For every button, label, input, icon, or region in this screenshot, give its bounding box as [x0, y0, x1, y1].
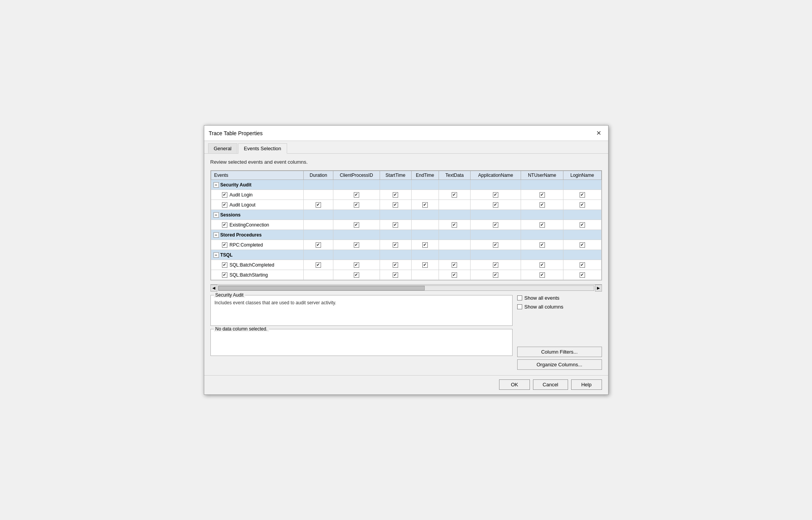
no-data-column-groupbox: No data column selected.: [210, 329, 513, 356]
column-filters-button[interactable]: Column Filters...: [517, 347, 602, 357]
col-cb-audit-logout-endtime[interactable]: [422, 202, 428, 208]
table-row: Audit Logout: [211, 200, 601, 210]
col-cb-sbs-appname[interactable]: [493, 272, 498, 278]
col-cb-sbs-loginname[interactable]: [580, 272, 585, 278]
scroll-left-arrow[interactable]: ◀: [210, 285, 217, 292]
col-cb-audit-logout-duration[interactable]: [316, 202, 321, 208]
no-data-column-title: No data column selected.: [214, 326, 269, 332]
col-header-events: Events: [211, 171, 304, 180]
col-cb-audit-logout-ntusername[interactable]: [540, 202, 545, 208]
col-cb-audit-login-textdata[interactable]: [452, 192, 457, 198]
title-bar: Trace Table Properties ✕: [204, 126, 608, 141]
col-cb-ec-starttime[interactable]: [393, 222, 398, 228]
security-audit-groupbox-title: Security Audit: [214, 292, 245, 298]
col-cb-audit-login-loginname[interactable]: [580, 192, 585, 198]
col-cb-ec-clientprocessid[interactable]: [354, 222, 359, 228]
checkbox-audit-logout[interactable]: [222, 202, 227, 208]
event-label-existing-connection: ExistingConnection: [230, 222, 269, 228]
table-row: Audit Login: [211, 190, 601, 200]
checkbox-sql-batch-starting[interactable]: [222, 272, 227, 278]
checkbox-rpc-completed[interactable]: [222, 242, 227, 248]
checkbox-audit-login[interactable]: [222, 192, 227, 198]
col-cb-audit-login-clientprocessid[interactable]: [354, 192, 359, 198]
tab-general[interactable]: General: [208, 143, 237, 153]
close-button[interactable]: ✕: [594, 129, 604, 138]
table-row: RPC:Completed: [211, 240, 601, 250]
col-cb-rpc-appname[interactable]: [493, 242, 498, 248]
collapse-security-audit[interactable]: −: [214, 182, 219, 188]
col-cb-audit-logout-appname[interactable]: [493, 202, 498, 208]
col-cb-ec-loginname[interactable]: [580, 222, 585, 228]
col-cb-rpc-loginname[interactable]: [580, 242, 585, 248]
table-row: SQL:BatchCompleted: [211, 260, 601, 270]
horizontal-scrollbar[interactable]: ◀ ▶: [210, 284, 602, 291]
event-label-sql-batch-starting: SQL:BatchStarting: [230, 272, 268, 278]
group-row-stored-procedures: − Stored Procedures: [211, 230, 601, 240]
col-cb-sbc-clientprocessid[interactable]: [354, 262, 359, 268]
col-cb-sbs-textdata[interactable]: [452, 272, 457, 278]
col-header-starttime: StartTime: [380, 171, 411, 180]
col-cb-audit-login-appname[interactable]: [493, 192, 498, 198]
event-label-sql-batch-completed: SQL:BatchCompleted: [230, 262, 274, 268]
show-all-columns-label: Show all columns: [525, 304, 563, 310]
collapse-sessions[interactable]: −: [214, 212, 219, 218]
group-row-sessions: − Sessions: [211, 210, 601, 220]
ok-button[interactable]: OK: [499, 379, 530, 390]
col-cb-rpc-ntusername[interactable]: [540, 242, 545, 248]
col-cb-rpc-duration[interactable]: [316, 242, 321, 248]
col-cb-sbc-textdata[interactable]: [452, 262, 457, 268]
col-cb-rpc-starttime[interactable]: [393, 242, 398, 248]
dialog-container: Trace Table Properties ✕ General Events …: [204, 125, 609, 395]
col-header-duration: Duration: [304, 171, 333, 180]
col-cb-sbc-ntusername[interactable]: [540, 262, 545, 268]
col-cb-rpc-endtime[interactable]: [422, 242, 428, 248]
col-cb-sbs-starttime[interactable]: [393, 272, 398, 278]
col-cb-audit-login-starttime[interactable]: [393, 192, 398, 198]
scroll-thumb[interactable]: [219, 286, 425, 290]
col-cb-ec-appname[interactable]: [493, 222, 498, 228]
events-table: Events Duration ClientProcessID StartTim…: [211, 171, 602, 280]
col-cb-sbc-endtime[interactable]: [422, 262, 428, 268]
col-cb-sbc-starttime[interactable]: [393, 262, 398, 268]
action-buttons: Column Filters... Organize Columns...: [517, 347, 602, 370]
info-panels: Security Audit Includes event classes th…: [210, 295, 513, 370]
cancel-button[interactable]: Cancel: [533, 379, 568, 390]
col-header-clientprocessid: ClientProcessID: [333, 171, 380, 180]
organize-columns-button[interactable]: Organize Columns...: [517, 359, 602, 370]
group-label-sessions: Sessions: [220, 212, 241, 218]
col-header-endtime: EndTime: [411, 171, 439, 180]
scroll-track[interactable]: [218, 285, 594, 291]
col-header-textdata: TextData: [439, 171, 470, 180]
checkbox-existing-connection[interactable]: [222, 222, 227, 228]
col-cb-audit-logout-loginname[interactable]: [580, 202, 585, 208]
right-panel: Show all events Show all columns Column …: [517, 295, 602, 370]
col-cb-audit-logout-starttime[interactable]: [393, 202, 398, 208]
table-row: SQL:BatchStarting: [211, 270, 601, 280]
col-cb-ec-ntusername[interactable]: [540, 222, 545, 228]
col-cb-ec-textdata[interactable]: [452, 222, 457, 228]
col-cb-sbc-loginname[interactable]: [580, 262, 585, 268]
event-label-audit-login: Audit Login: [230, 192, 253, 198]
event-label-rpc-completed: RPC:Completed: [230, 242, 263, 248]
show-all-events-option: Show all events: [517, 295, 602, 301]
tabs-bar: General Events Selection: [204, 141, 608, 154]
dialog-footer: OK Cancel Help: [204, 375, 608, 394]
collapse-stored-procedures[interactable]: −: [214, 232, 219, 238]
help-button[interactable]: Help: [571, 379, 602, 390]
col-cb-rpc-clientprocessid[interactable]: [354, 242, 359, 248]
show-all-columns-checkbox[interactable]: [517, 304, 522, 309]
checkbox-sql-batch-completed[interactable]: [222, 262, 227, 268]
collapse-tsql[interactable]: −: [214, 252, 219, 258]
col-cb-audit-logout-clientprocessid[interactable]: [354, 202, 359, 208]
col-cb-sbc-appname[interactable]: [493, 262, 498, 268]
group-label-security-audit: Security Audit: [220, 182, 252, 188]
group-label-stored-procedures: Stored Procedures: [220, 232, 262, 238]
col-cb-sbc-duration[interactable]: [316, 262, 321, 268]
tab-events-selection[interactable]: Events Selection: [238, 143, 287, 154]
scroll-right-arrow[interactable]: ▶: [595, 285, 602, 292]
col-cb-audit-login-ntusername[interactable]: [540, 192, 545, 198]
col-cb-sbs-ntusername[interactable]: [540, 272, 545, 278]
group-label-tsql: TSQL: [220, 252, 233, 258]
show-all-events-checkbox[interactable]: [517, 295, 522, 300]
col-cb-sbs-clientprocessid[interactable]: [354, 272, 359, 278]
